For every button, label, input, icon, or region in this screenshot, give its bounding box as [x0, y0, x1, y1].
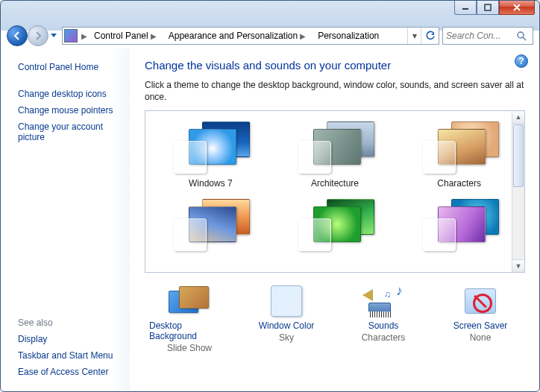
see-also-label: See also — [18, 313, 122, 331]
address-bar[interactable]: ▶ Control Panel▶ Appearance and Personal… — [62, 27, 439, 45]
titlebar — [1, 1, 539, 23]
search-box[interactable] — [442, 27, 533, 45]
svg-line-3 — [523, 37, 526, 40]
help-button[interactable]: ? — [515, 54, 528, 68]
theme-item[interactable] — [273, 195, 398, 257]
theme-label: Windows 7 — [189, 178, 233, 189]
option-value: Sky — [279, 332, 294, 343]
minimize-button[interactable] — [454, 0, 477, 15]
sidebar-link-mouse-pointers[interactable]: Change mouse pointers — [18, 102, 122, 118]
option-value: Slide Show — [167, 343, 212, 353]
back-button[interactable] — [7, 25, 28, 46]
screen-saver-icon — [459, 285, 501, 317]
window-frame: ▶ Control Panel▶ Appearance and Personal… — [0, 0, 540, 392]
option-value: None — [470, 332, 492, 343]
sidebar-link-account-picture[interactable]: Change your account picture — [18, 118, 122, 145]
option-value: Characters — [362, 332, 406, 343]
maximize-button[interactable] — [477, 0, 499, 15]
sidebar-seealso-taskbar[interactable]: Taskbar and Start Menu — [18, 347, 122, 364]
sidebar-link-desktop-icons[interactable]: Change desktop icons — [18, 86, 122, 102]
scrollbar[interactable]: ▲ ▼ — [512, 111, 524, 272]
location-icon — [64, 29, 78, 42]
scroll-thumb[interactable] — [513, 124, 524, 187]
sidebar: Control Panel Home Change desktop icons … — [1, 48, 130, 391]
option-label: Sounds — [368, 320, 399, 331]
main-content: ? Change the visuals and sounds on your … — [130, 48, 539, 391]
option-sounds[interactable]: ♪♫ Sounds Characters — [343, 285, 424, 353]
close-button[interactable] — [499, 0, 535, 15]
page-description: Click a theme to change the desktop back… — [145, 79, 525, 103]
sidebar-seealso-display[interactable]: Display — [18, 331, 122, 347]
option-label: Screen Saver — [453, 320, 508, 331]
address-dropdown[interactable]: ▾ — [407, 28, 421, 44]
sidebar-seealso-ease-of-access[interactable]: Ease of Access Center — [18, 364, 122, 380]
svg-rect-1 — [485, 4, 491, 10]
breadcrumb-control-panel[interactable]: Control Panel▶ — [90, 28, 164, 44]
sounds-icon: ♪♫ — [362, 285, 404, 317]
sidebar-home-link[interactable]: Control Panel Home — [18, 59, 122, 75]
window-color-icon — [266, 285, 307, 317]
theme-label: Architecture — [311, 178, 359, 189]
scroll-up-button[interactable]: ▲ — [512, 111, 524, 124]
search-icon[interactable] — [513, 31, 530, 41]
option-window-color[interactable]: Window Color Sky — [246, 285, 327, 353]
refresh-button[interactable] — [421, 28, 439, 44]
nav-history-dropdown[interactable] — [48, 28, 59, 43]
svg-point-2 — [518, 32, 524, 38]
forward-button[interactable] — [28, 25, 48, 46]
theme-list: Windows 7 Architecture Characters — [145, 110, 525, 273]
theme-item[interactable] — [148, 195, 273, 257]
option-screen-saver[interactable]: Screen Saver None — [440, 285, 521, 353]
navigation-bar: ▶ Control Panel▶ Appearance and Personal… — [7, 23, 533, 48]
svg-rect-0 — [462, 8, 468, 10]
desktop-background-icon — [169, 285, 210, 317]
scroll-down-button[interactable]: ▼ — [512, 259, 524, 272]
theme-characters[interactable]: Characters — [397, 117, 521, 195]
theme-label: Characters — [437, 178, 481, 189]
personalization-options: Desktop Background Slide Show Window Col… — [145, 285, 525, 353]
breadcrumb-appearance[interactable]: Appearance and Personalization▶ — [164, 28, 313, 44]
theme-windows-7[interactable]: Windows 7 — [148, 117, 273, 195]
page-title: Change the visuals and sounds on your co… — [145, 59, 525, 72]
breadcrumb-personalization[interactable]: Personalization — [313, 28, 384, 44]
option-label: Window Color — [259, 320, 315, 331]
option-label: Desktop Background — [149, 320, 230, 341]
chevron-right-icon: ▶ — [79, 32, 90, 40]
search-input[interactable] — [443, 31, 513, 41]
option-desktop-background[interactable]: Desktop Background Slide Show — [149, 285, 230, 353]
theme-architecture[interactable]: Architecture — [273, 117, 398, 195]
theme-item[interactable] — [397, 195, 521, 257]
